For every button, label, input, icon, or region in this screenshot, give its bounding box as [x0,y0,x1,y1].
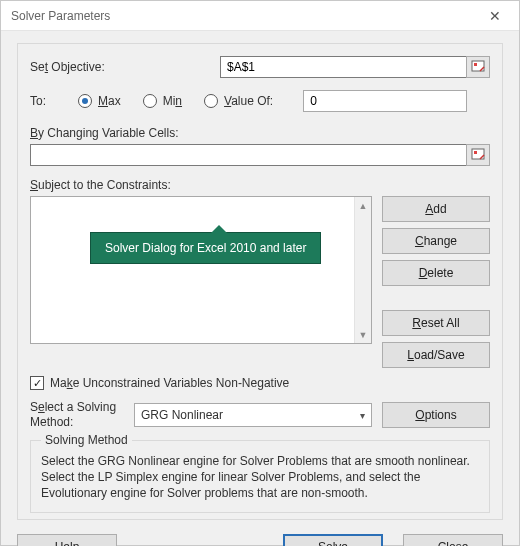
add-button[interactable]: Add [382,196,490,222]
changing-refedit-icon[interactable] [466,144,490,166]
reset-all-button[interactable]: Reset All [382,310,490,336]
select-method-label: Select a Solving Method: [30,400,124,430]
nonneg-checkbox[interactable]: ✓ Make Unconstrained Variables Non-Negat… [30,376,490,390]
svg-rect-1 [474,63,477,66]
solving-method-description: Solving Method Select the GRG Nonlinear … [30,440,490,513]
radio-valueof-indicator [204,94,218,108]
titlebar: Solver Parameters ✕ [1,1,519,31]
change-button[interactable]: Change [382,228,490,254]
main-frame: Set Objective: To: [17,43,503,520]
to-radio-group: Max Min Value Of: [78,94,273,108]
chevron-down-icon: ▾ [360,410,365,421]
value-of-input[interactable] [303,90,467,112]
set-objective-label: Set Objective: [30,60,220,74]
checkbox-icon: ✓ [30,376,44,390]
desc-text: Select the GRG Nonlinear engine for Solv… [41,453,479,502]
radio-min-indicator [143,94,157,108]
callout-tooltip: Solver Dialog for Excel 2010 and later [90,232,321,264]
radio-min[interactable]: Min [143,94,182,108]
constraints-listbox[interactable]: ▲ ▼ [30,196,372,344]
scroll-down-icon[interactable]: ▼ [355,326,371,343]
solving-method-select[interactable]: GRG Nonlinear ▾ [134,403,372,427]
titlebar-title: Solver Parameters [11,9,475,23]
changing-cells-input[interactable] [30,144,466,166]
to-label: To: [30,94,78,108]
set-objective-input[interactable] [220,56,466,78]
constraints-label: Subject to the Constraints: [30,178,490,192]
desc-title: Solving Method [41,433,132,447]
help-button[interactable]: Help [17,534,117,546]
close-icon[interactable]: ✕ [475,2,515,30]
solve-button[interactable]: Solve [283,534,383,546]
radio-max-indicator [78,94,92,108]
svg-rect-3 [474,151,477,154]
solver-parameters-dialog: Solver Parameters ✕ Set Objective: [0,0,520,546]
changing-cells-label: By Changing Variable Cells: [30,126,490,140]
options-button[interactable]: Options [382,402,490,428]
scrollbar[interactable]: ▲ ▼ [354,197,371,343]
scroll-up-icon[interactable]: ▲ [355,197,371,214]
solving-method-value: GRG Nonlinear [141,408,223,422]
radio-value-of[interactable]: Value Of: [204,94,273,108]
delete-button[interactable]: Delete [382,260,490,286]
load-save-button[interactable]: Load/Save [382,342,490,368]
objective-refedit-icon[interactable] [466,56,490,78]
radio-max[interactable]: Max [78,94,121,108]
close-button[interactable]: Close [403,534,503,546]
